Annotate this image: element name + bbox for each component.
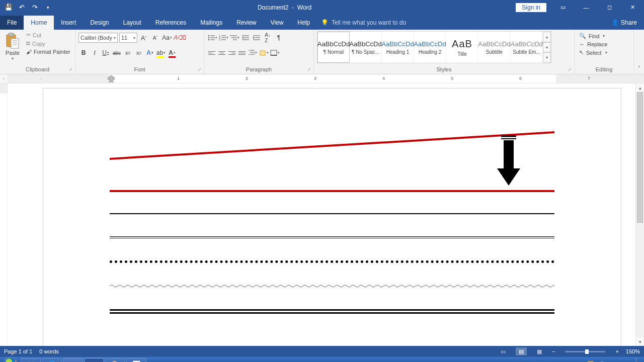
horizontal-ruler[interactable]: · 1 2 3 4 5 6 7 [8,74,644,83]
tab-home[interactable]: Home [24,16,54,30]
superscript-button[interactable]: x2 [134,48,144,58]
taskbar-app1[interactable]: 🎨 [105,358,125,362]
paragraph-launcher-icon[interactable]: ⤢ [307,67,311,72]
vertical-ruler[interactable] [0,83,8,346]
document-viewport[interactable] [8,83,635,346]
show-desktop-button[interactable] [636,358,641,362]
styles-scroll-up-icon[interactable]: ▴ [543,32,551,42]
tab-design[interactable]: Design [83,16,116,30]
save-icon[interactable]: 💾 [3,2,14,13]
font-launcher-icon[interactable]: ⤢ [198,67,202,72]
web-layout-icon[interactable]: ▦ [534,347,545,355]
style-heading1[interactable]: AaBbCcDdHeading 1 [382,32,414,63]
decrease-indent-button[interactable] [240,33,251,43]
collapse-ribbon-icon[interactable]: ˄ [634,30,644,74]
read-mode-icon[interactable]: ▭ [498,347,509,355]
subscript-button[interactable]: x2 [123,48,133,58]
style-nospacing[interactable]: AaBbCcDd¶ No Spac... [350,32,382,63]
show-marks-button[interactable]: ¶ [274,33,284,43]
tab-view[interactable]: View [264,16,291,30]
print-layout-icon[interactable]: ▤ [516,347,527,355]
change-case-button[interactable]: Aa▾ [162,33,172,43]
tell-me[interactable]: 💡 Tell me what you want to do [317,16,410,30]
align-right-button[interactable] [227,48,236,57]
strikethrough-button[interactable]: abc [112,48,122,58]
clipboard-launcher-icon[interactable]: ⤢ [69,67,73,72]
taskbar-word[interactable]: W [84,358,104,362]
bold-button[interactable]: B [78,48,89,58]
tab-file[interactable]: File [0,16,24,30]
align-justify-button[interactable] [237,48,247,57]
numbering-button[interactable]: 123▾ [218,33,228,43]
taskbar-explorer[interactable]: 📁 [21,358,41,362]
align-left-button[interactable] [207,48,216,57]
tab-layout[interactable]: Layout [116,16,148,30]
styles-more-icon[interactable]: ▾ [543,52,551,63]
scroll-thumb[interactable] [637,92,643,223]
font-name-combo[interactable]: Calibri (Body▾ [78,33,118,43]
italic-button[interactable]: I [90,48,100,58]
tab-review[interactable]: Review [229,16,263,30]
signin-button[interactable]: Sign in [516,3,546,12]
wavy-line [110,284,554,288]
taskbar-powerpoint[interactable]: P [63,358,83,362]
start-button[interactable] [1,357,20,362]
clear-formatting-button[interactable]: A⌫ [174,33,186,43]
bullets-button[interactable]: ▾ [207,33,217,43]
tab-references[interactable]: References [148,16,193,30]
undo-icon[interactable]: ↶ [16,2,27,13]
style-subtitle[interactable]: AaBbCcDdSubtitle [478,32,511,63]
format-painter-button[interactable]: 🖌Format Painter [25,48,71,55]
shading-button[interactable]: ▾ [259,48,269,58]
highlight-button[interactable]: ab▾ [156,48,166,58]
style-heading2[interactable]: AaBbCcDdHeading 2 [414,32,446,63]
zoom-out-button[interactable]: − [552,348,555,354]
font-size-combo[interactable]: 11▾ [119,33,137,43]
maximize-button[interactable]: ◻ [598,0,621,15]
share-button[interactable]: 👤 Share [604,16,644,30]
page-status[interactable]: Page 1 of 1 [4,348,32,354]
grow-font-button[interactable]: A˄ [139,33,149,43]
select-button[interactable]: ↖Select▾ [578,49,609,56]
styles-gallery[interactable]: AaBbCcDd¶ Normal AaBbCcDd¶ No Spac... Aa… [317,31,551,63]
cut-button[interactable]: ✂Cut [25,31,71,39]
text-effects-button[interactable]: A▾ [145,48,155,58]
multilevel-list-button[interactable]: ▾ [229,33,239,43]
tab-help[interactable]: Help [290,16,317,30]
paste-button[interactable]: Paste ▾ [3,31,22,61]
align-center-button[interactable] [217,48,226,57]
copy-button[interactable]: ⧉Copy [25,40,71,47]
ribbon-display-icon[interactable]: ▭ [551,0,575,15]
style-normal[interactable]: AaBbCcDd¶ Normal [317,32,350,63]
increase-indent-button[interactable] [252,33,262,43]
shrink-font-button[interactable]: A˅ [150,33,160,43]
vertical-scrollbar[interactable]: ▴ ▾ [635,83,644,346]
zoom-in-button[interactable]: + [615,348,618,354]
font-color-button[interactable]: A▾ [167,48,177,58]
scroll-up-icon[interactable]: ▴ [636,83,644,92]
find-button[interactable]: 🔍Find▾ [578,32,609,40]
borders-button[interactable]: ▾ [270,48,280,58]
word-count[interactable]: 0 words [39,348,59,354]
taskbar-chrome[interactable]: 🌐 [42,358,62,362]
redo-icon[interactable]: ↷ [29,2,40,13]
svg-marker-38 [108,79,115,81]
ruler-corner[interactable]: ▫ [0,74,8,83]
zoom-slider[interactable] [565,351,605,352]
qat-dropdown-icon[interactable]: ▾ [42,2,53,13]
underline-button[interactable]: U▾ [101,48,111,58]
style-subtle-emphasis[interactable]: AaBbCcDdSubtle Em... [511,32,543,63]
zoom-level[interactable]: 150% [626,348,640,354]
close-button[interactable]: ✕ [621,0,644,15]
replace-button[interactable]: ↔Replace [578,41,609,48]
tab-mailings[interactable]: Mailings [193,16,229,30]
sort-button[interactable]: A↓Z [263,33,273,43]
minimize-button[interactable]: ― [575,0,598,15]
styles-launcher-icon[interactable]: ⤢ [568,67,572,72]
styles-scroll-down-icon[interactable]: ▾ [543,42,551,53]
style-title[interactable]: AaBTitle [446,32,478,63]
line-spacing-button[interactable]: ▾ [248,48,258,58]
scroll-down-icon[interactable]: ▾ [636,337,644,346]
tab-insert[interactable]: Insert [54,16,83,30]
taskbar-app2[interactable]: 📊 [126,358,146,362]
